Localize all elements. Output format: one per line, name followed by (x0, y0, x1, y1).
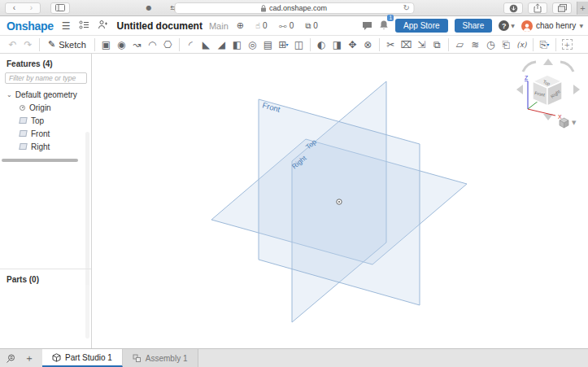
tree-item-right[interactable]: Right (0, 140, 91, 153)
copies-stat[interactable]: ⧉ 0 (305, 21, 318, 31)
toolbar-divider (379, 38, 380, 51)
delete-face-button[interactable]: ⌧ (399, 37, 413, 51)
tree-root-default-geometry[interactable]: ⌄ Default geometry (0, 89, 91, 101)
composite-curve-button[interactable]: ≋ (468, 37, 482, 51)
chevron-expanded-icon[interactable]: ⌄ (7, 91, 12, 98)
draft-button[interactable]: ◢ (215, 37, 229, 51)
tab-assembly-1[interactable]: Assembly 1 (123, 349, 198, 367)
help-menu[interactable]: ? ▼ (499, 20, 515, 31)
downloads-button[interactable] (503, 2, 523, 14)
tree-item-front[interactable]: Front (0, 127, 91, 140)
user-menu[interactable]: chao henry ▼ (521, 20, 583, 32)
onshape-logo[interactable]: Onshape (7, 20, 54, 33)
modify-fillet-button[interactable]: ✂ (384, 37, 398, 51)
thicken-button[interactable]: ⎔ (161, 37, 175, 51)
tree-item-top[interactable]: Top (0, 114, 91, 127)
z-axis-label: Z (525, 75, 529, 81)
sweep-button[interactable]: ↝ (130, 37, 144, 51)
variable-button[interactable]: (x) (515, 37, 529, 51)
rotate-right-arrow[interactable] (573, 85, 580, 94)
insert-tab-button[interactable]: ＋ (20, 349, 39, 367)
hole-button[interactable]: ◎ (246, 37, 259, 51)
public-globe-icon[interactable]: ⊕ (237, 20, 244, 31)
browser-extension-pin-icon[interactable]: ● (140, 2, 158, 14)
reload-icon[interactable]: ↻ (403, 3, 410, 12)
dropdown-caret-icon[interactable]: ▾ (285, 42, 288, 47)
shell-icon: ◧ (233, 39, 242, 50)
rotate-up-arrow[interactable] (543, 59, 553, 65)
rollback-bar[interactable] (2, 159, 78, 162)
filter-input[interactable] (5, 72, 87, 84)
origin-marker[interactable] (337, 199, 342, 204)
main-menu-icon[interactable]: ☰ (62, 20, 71, 32)
rib-button[interactable]: ▤ (261, 37, 275, 51)
follow-user-icon[interactable] (98, 20, 107, 32)
tree-item-origin[interactable]: Origin (0, 101, 91, 114)
chat-icon[interactable] (362, 21, 372, 31)
mirror-button[interactable]: ◫ (292, 37, 306, 51)
toolbar-divider (448, 38, 449, 51)
sketch-button[interactable]: ✎Sketch (43, 37, 91, 52)
toolbar-divider (533, 38, 534, 51)
versions-graph-icon (79, 20, 89, 29)
document-tab-bar: ＋ Part Studio 1Assembly 1 (0, 348, 588, 367)
delete-part-icon: ⊗ (364, 39, 372, 50)
fillet-button[interactable]: ◜ (184, 37, 198, 51)
linear-pattern-button[interactable]: ⊞▾ (277, 37, 290, 51)
helix-button[interactable]: ◷ (484, 37, 498, 51)
manage-tabs-button[interactable] (0, 349, 20, 367)
new-tab-button[interactable]: + (577, 2, 588, 15)
boolean-button[interactable]: ◐ (315, 37, 329, 51)
browser-forward-button[interactable]: › (23, 3, 40, 12)
extrude-button[interactable]: ▣ (99, 37, 113, 51)
custom-feature-button[interactable]: ⎘▾ (538, 37, 551, 51)
rotate-left-arrow[interactable] (516, 85, 523, 94)
chamfer-button[interactable]: ◣ (199, 37, 213, 51)
versions-icon[interactable] (79, 20, 89, 32)
address-bar[interactable]: cad.onshape.com ↻ (174, 2, 414, 14)
graphics-viewport[interactable]: Front Top Right (92, 54, 588, 348)
tabs-icon (558, 4, 567, 12)
delete-part-button[interactable]: ⊗ (361, 37, 375, 51)
workspace-name[interactable]: Main (209, 21, 229, 31)
revolve-icon: ◉ (117, 39, 125, 50)
shaded-cube-icon (559, 117, 569, 129)
tab-label: Assembly 1 (146, 354, 188, 363)
share-button[interactable]: Share (455, 19, 493, 33)
split-icon: ◨ (333, 39, 342, 50)
shell-button[interactable]: ◧ (230, 37, 244, 51)
link-icon: ⧟ (279, 21, 287, 31)
move-face-button[interactable]: ⇲ (415, 37, 429, 51)
tabs-overview-button[interactable] (552, 2, 572, 14)
transform-button[interactable]: ✥ (346, 37, 359, 51)
downloads-icon (509, 4, 518, 13)
plane-button[interactable]: ▱ (453, 37, 467, 51)
model-canvas[interactable]: Front Top Right (92, 54, 588, 348)
split-button[interactable]: ◨ (330, 37, 344, 51)
tab-part-studio-1[interactable]: Part Studio 1 (42, 349, 123, 367)
undo-button[interactable]: ↶ (6, 37, 20, 51)
parts-scrollbar[interactable] (85, 285, 89, 339)
view-mode-button[interactable]: ▼ (559, 117, 576, 129)
dropdown-caret-icon[interactable]: ▾ (547, 42, 549, 47)
roll-right-arrow[interactable] (560, 62, 573, 72)
replace-face-button[interactable]: ⧉ (430, 37, 444, 51)
browser-back-button[interactable]: ‹ (6, 3, 23, 12)
add-custom-feature-button[interactable]: + (560, 37, 574, 51)
links-stat[interactable]: ⧟ 0 (279, 21, 294, 31)
loft-button[interactable]: ◠ (146, 37, 159, 51)
roll-left-arrow[interactable] (523, 62, 536, 72)
import-derived-button[interactable]: ⎗ (499, 37, 513, 51)
helix-icon: ◷ (486, 39, 494, 50)
notifications-button[interactable]: 1 (379, 19, 389, 33)
share-page-button[interactable] (528, 2, 547, 14)
plane-icon (19, 130, 27, 137)
lock-icon (261, 5, 267, 12)
browser-sidebar-button[interactable] (50, 2, 70, 14)
user-plus-icon (98, 20, 107, 29)
redo-button[interactable]: ↷ (21, 37, 35, 51)
view-cube[interactable]: Z X Top Front Right (516, 59, 580, 120)
likes-stat[interactable]: ☝ 0 (255, 21, 268, 30)
app-store-button[interactable]: App Store (395, 19, 447, 33)
revolve-button[interactable]: ◉ (115, 37, 128, 51)
